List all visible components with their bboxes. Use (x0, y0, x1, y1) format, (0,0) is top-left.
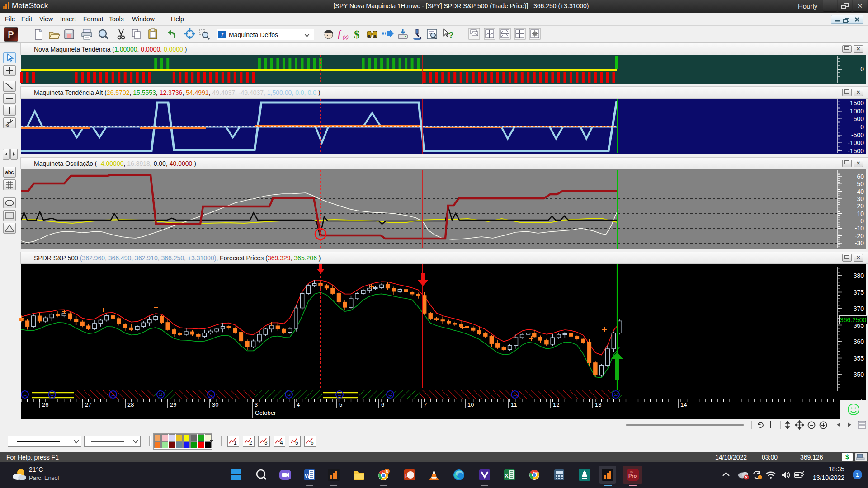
svg-text:1: 1 (234, 440, 237, 446)
svg-text:2: 2 (249, 440, 252, 446)
svg-text:X: X (505, 472, 509, 479)
svg-text:5: 5 (295, 440, 298, 446)
svg-text:W: W (305, 472, 311, 479)
svg-text:4: 4 (280, 440, 283, 446)
svg-text:P: P (405, 472, 409, 479)
svg-text:?: ? (448, 30, 454, 40)
svg-text:MS: MS (630, 470, 633, 473)
svg-text:Pro: Pro (628, 473, 637, 479)
svg-text:f: f (338, 28, 342, 39)
svg-text:N: N (386, 469, 389, 474)
svg-text:6: 6 (311, 440, 314, 446)
svg-text:3: 3 (264, 440, 268, 446)
svg-text:(x): (x) (343, 34, 349, 40)
svg-text:$: $ (354, 28, 360, 41)
